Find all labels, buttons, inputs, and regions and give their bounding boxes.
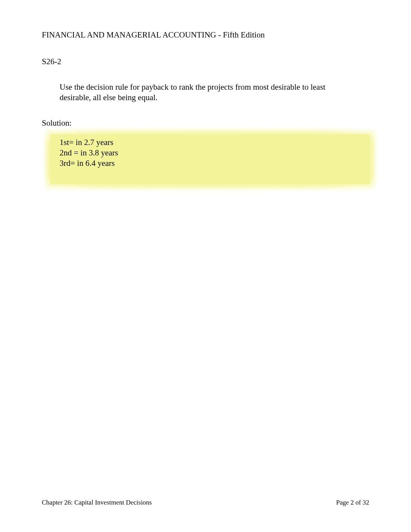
highlighted-solution-block: 1st= in 2.7 years 2nd = in 3.8 years 3rd… — [51, 136, 369, 169]
solution-label: Solution: — [42, 118, 369, 128]
solution-line: 1st= in 2.7 years — [60, 137, 369, 148]
solution-text: 1st= in 2.7 years 2nd = in 3.8 years 3rd… — [51, 136, 369, 169]
solution-line: 3rd= in 6.4 years — [60, 158, 369, 169]
solution-line: 2nd = in 3.8 years — [60, 148, 369, 158]
page-footer: Chapter 26: Capital Investment Decisions… — [42, 499, 369, 506]
running-head: FINANCIAL AND MANAGERIAL ACCOUNTING - Fi… — [42, 30, 369, 40]
footer-chapter: Chapter 26: Capital Investment Decisions — [42, 499, 152, 506]
problem-number: S26-2 — [42, 57, 369, 66]
footer-page-number: Page 2 of 32 — [336, 499, 369, 506]
document-page: FINANCIAL AND MANAGERIAL ACCOUNTING - Fi… — [0, 0, 411, 532]
problem-statement: Use the decision rule for payback to ran… — [60, 82, 346, 103]
